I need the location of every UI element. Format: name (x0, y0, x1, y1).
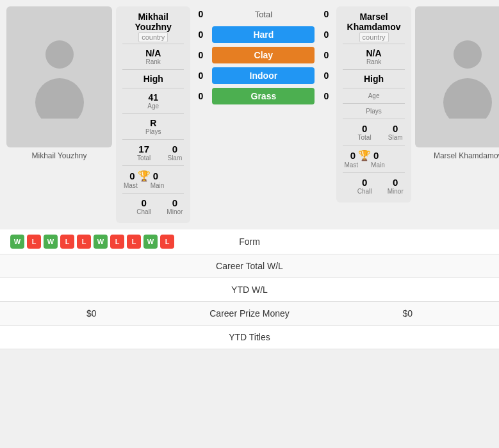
player2-sg-divider (343, 145, 404, 145)
player2-total-cell: 0 Total (343, 120, 386, 144)
hard-right-score: 0 (320, 29, 332, 40)
player1-age-val: 41 (122, 92, 184, 103)
player2-rank-block: N/A Rank (343, 46, 404, 68)
player1-slam-lbl: Slam (167, 154, 183, 162)
form-badge-0: W (10, 235, 24, 249)
player1-name-line1: Mikhail (122, 12, 184, 22)
player1-photo (6, 6, 112, 147)
player2-country: country (359, 32, 389, 42)
player1-name-line2: Youzhny (122, 22, 184, 32)
player1-plays-block: R Plays (122, 115, 184, 138)
player1-chall-val: 0 (124, 197, 164, 208)
grass-left-score: 0 (194, 91, 207, 101)
player2-age-lbl: Age (343, 92, 404, 99)
player2-rank-val: N/A (343, 48, 404, 58)
player2-stats-grid: 0 Total 0 Slam 0 🏆 0 Mast Main (343, 120, 404, 197)
player1-age-lbl: Age (122, 103, 184, 110)
form-badge-3: L (60, 235, 74, 249)
player2-minor-cell: 0 Minor (386, 174, 405, 197)
player2-rank-lbl: Rank (343, 58, 404, 65)
player1-slam-cell: 0 Slam (165, 141, 184, 164)
player1-info-panel: Mikhail Youzhny country N/A Rank High 41… (116, 6, 190, 223)
prize-money-right: $0 (327, 308, 489, 319)
svg-point-1 (35, 78, 84, 119)
player1-trophy-icon: 🏆 (138, 170, 151, 182)
total-left-score: 0 (194, 9, 207, 19)
player1-photo-wrapper: Mikhail Youzhny (6, 6, 112, 160)
player1-mast-val: 0 (129, 170, 135, 181)
player2-main-lbl: Main (371, 162, 385, 169)
player2-high-block: High (343, 71, 404, 87)
hard-button[interactable]: Hard (212, 26, 315, 43)
player2-minor-val: 0 (388, 177, 404, 188)
player1-divider5 (122, 139, 184, 140)
player2-photo (415, 6, 499, 147)
player1-divider2 (122, 69, 184, 70)
prize-money-left: $0 (10, 308, 173, 319)
ytd-titles-row: YTD Titles (0, 326, 499, 349)
player2-photo-wrapper: Marsel Khamdamov (415, 6, 499, 160)
player2-silhouette (436, 35, 499, 119)
main-container: Mikhail Youzhny Mikhail Youzhny country … (0, 0, 499, 349)
form-badges: WLWLLWLLWL (10, 235, 186, 249)
player2-slam-val: 0 (388, 123, 404, 134)
player2-high-val: High (343, 74, 404, 84)
player2-sg-divider2 (343, 172, 404, 173)
total-right-score: 0 (320, 9, 332, 19)
player2-trophy-icon: 🏆 (358, 149, 371, 162)
career-total-row: Career Total W/L (0, 254, 499, 278)
svg-point-2 (454, 40, 482, 69)
form-badge-5: W (94, 235, 108, 249)
player2-mast-val: 0 (350, 150, 356, 161)
grass-button[interactable]: Grass (212, 88, 315, 104)
svg-point-0 (45, 40, 74, 69)
player1-mast-cell: 0 🏆 0 Mast Main (122, 167, 165, 192)
career-total-label: Career Total W/L (173, 261, 327, 271)
player1-chall-lbl: Chall (124, 208, 164, 215)
player2-name-line2: Khamdamov (343, 22, 404, 32)
player2-slam-cell: 0 Slam (386, 120, 405, 144)
form-badge-1: L (27, 235, 41, 249)
player2-photo-name: Marsel Khamdamov (434, 151, 499, 160)
ytd-wl-label: YTD W/L (173, 285, 327, 295)
player2-chall-lbl: Chall (344, 188, 384, 195)
player2-slam-lbl: Slam (388, 134, 404, 141)
player1-main-lbl: Main (151, 182, 165, 189)
player2-chall-cell: 0 Chall (343, 174, 386, 197)
player2-divider5 (343, 119, 404, 119)
player2-mast-lbl: Mast (344, 162, 358, 169)
hard-left-score: 0 (194, 29, 207, 40)
prize-money-row: $0 Career Prize Money $0 (0, 302, 499, 326)
player1-divider3 (122, 88, 184, 88)
player1-age-block: 41 Age (122, 90, 184, 112)
player1-stats-grid: 17 Total 0 Slam 0 🏆 0 Mast Main (122, 141, 184, 218)
ytd-titles-label: YTD Titles (173, 332, 327, 342)
player1-country: country (138, 32, 168, 42)
player1-total-val: 17 (124, 144, 164, 154)
player2-divider4 (343, 103, 404, 104)
player2-total-val: 0 (344, 123, 384, 134)
ytd-wl-row: YTD W/L (0, 278, 499, 302)
player1-sg-divider2 (122, 193, 184, 194)
form-row: WLWLLWLLWL Form (0, 229, 499, 254)
player1-main-val: 0 (153, 170, 158, 181)
form-badge-6: L (110, 235, 124, 249)
player1-divider1 (122, 44, 184, 44)
grass-row: 0 Grass 0 (194, 88, 332, 104)
player1-total-cell: 17 Total (122, 141, 165, 164)
clay-row: 0 Clay 0 (194, 47, 332, 63)
clay-button[interactable]: Clay (212, 47, 315, 63)
player1-photo-name: Mikhail Youzhny (31, 151, 86, 160)
center-section: 0 Total 0 0 Hard 0 0 Clay 0 0 Indoor 0 (194, 6, 332, 106)
player2-divider1 (343, 44, 404, 44)
top-section: Mikhail Youzhny Mikhail Youzhny country … (0, 0, 499, 229)
clay-right-score: 0 (320, 50, 332, 60)
indoor-button[interactable]: Indoor (212, 67, 315, 84)
total-label: Total (212, 10, 315, 19)
form-label: Form (186, 236, 314, 247)
indoor-right-score: 0 (320, 71, 332, 81)
player2-age-block: Age (343, 90, 404, 102)
form-badge-2: W (44, 235, 58, 249)
player1-rank-lbl: Rank (122, 58, 184, 65)
total-row: 0 Total 0 (194, 9, 332, 19)
